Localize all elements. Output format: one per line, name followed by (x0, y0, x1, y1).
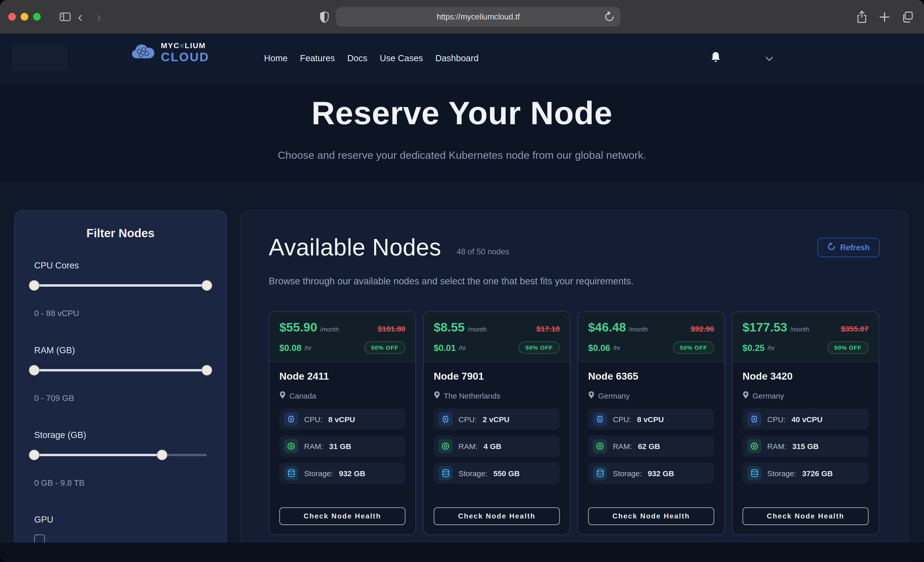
card-pricing-header: $8.55 /month $17.10 $0.01 /hr 50% OFF (424, 312, 570, 362)
storage-range-slider[interactable] (34, 450, 207, 460)
spec-cpu-label: CPU: (459, 415, 477, 423)
spec-row-storage: Storage: 932 GB (588, 463, 714, 484)
location-pin-icon (742, 391, 749, 401)
nav-link-dashboard[interactable]: Dashboard (435, 53, 479, 63)
slider-handle-max[interactable] (202, 365, 212, 375)
node-location: Canada (289, 392, 316, 400)
filter-range-value: 0 GB - 9.8 TB (34, 478, 207, 487)
spec-cpu-label: CPU: (613, 415, 631, 423)
card-pricing-header: $55.90 /month $101.80 $0.08 /hr 50% OFF (269, 312, 416, 362)
spec-row-cpu: CPU: 40 vCPU (742, 408, 868, 430)
desktop: ‹ › https://myceliumcloud.tf (0, 0, 924, 562)
card-monthly-price: $55.90 (279, 320, 317, 334)
card-hourly-unit: /hr (613, 344, 620, 351)
refresh-icon (827, 242, 836, 253)
check-node-health-button[interactable]: Check Node Health (588, 507, 714, 525)
filter-panel-title: Filter Nodes (34, 227, 207, 240)
spec-row-storage: Storage: 932 GB (279, 463, 405, 484)
card-hourly-price: $0.25 (742, 342, 765, 353)
node-location: Germany (752, 392, 784, 400)
chevron-down-icon[interactable] (765, 53, 773, 63)
nodes-count-label: 48 of 50 nodes (456, 247, 509, 256)
cloud-brain-logo-icon (131, 42, 157, 63)
filter-label: RAM (GB) (34, 345, 207, 355)
nav-link-features[interactable]: Features (300, 53, 335, 63)
node-card: $55.90 /month $101.80 $0.08 /hr 50% OFF … (269, 311, 416, 535)
address-bar[interactable]: https://myceliumcloud.tf (336, 7, 621, 27)
check-node-health-button[interactable]: Check Node Health (742, 507, 868, 525)
ram-icon (284, 439, 298, 453)
card-original-price: $17.10 (537, 324, 560, 333)
share-icon[interactable] (856, 10, 868, 23)
node-cards: $55.90 /month $101.80 $0.08 /hr 50% OFF … (269, 311, 880, 535)
slider-handle-max[interactable] (202, 280, 212, 291)
brand-e-bars: ≡ (180, 41, 185, 50)
spec-storage-label: Storage: (459, 469, 488, 477)
ram-icon (593, 439, 607, 453)
discount-badge: 50% OFF (673, 341, 714, 354)
forward-button[interactable]: › (90, 10, 108, 24)
card-monthly-price: $8.55 (434, 320, 465, 334)
filter-label: CPU Cores (34, 260, 207, 270)
filter-group-cpu: CPU Cores 0 - 88 vCPU (34, 260, 207, 318)
close-window-button[interactable] (8, 13, 16, 21)
new-tab-icon[interactable] (879, 12, 890, 22)
location-pin-icon (588, 391, 594, 401)
slider-handle-max[interactable] (157, 450, 167, 460)
privacy-shield-icon[interactable] (320, 11, 329, 23)
refresh-button[interactable]: Refresh (817, 238, 880, 257)
location-pin-icon (434, 391, 440, 401)
node-name: Node 2411 (279, 371, 405, 383)
spec-ram-value: 62 GB (638, 442, 660, 451)
sidebar-toggle-icon[interactable] (60, 12, 71, 21)
card-pricing-header: $177.53 /month $355.07 $0.25 /hr 50% OFF (732, 312, 879, 362)
slider-handle-min[interactable] (29, 365, 39, 375)
cpu-icon (593, 412, 607, 426)
nav-links: Home Features Docs Use Cases Dashboard (264, 34, 478, 82)
card-original-price: $101.80 (378, 324, 405, 333)
site-logo[interactable]: MYC≡LIUM CLOUD (131, 42, 209, 63)
storage-icon (438, 466, 453, 480)
slider-handle-min[interactable] (29, 450, 39, 460)
back-button[interactable]: ‹ (71, 10, 90, 24)
cpu-icon (438, 412, 453, 426)
card-original-price: $92.96 (691, 324, 714, 333)
spec-storage-label: Storage: (767, 469, 796, 477)
slider-fill (34, 284, 207, 287)
cpu-range-slider[interactable] (34, 280, 207, 291)
check-node-health-button[interactable]: Check Node Health (434, 507, 560, 525)
spec-ram-label: RAM: (304, 442, 323, 451)
filter-label: Storage (GB) (34, 430, 207, 439)
brand-line2: CLOUD (161, 51, 209, 63)
spec-ram-label: RAM: (613, 442, 632, 451)
bell-icon[interactable] (711, 51, 721, 65)
cpu-icon (747, 412, 761, 426)
location-pin-icon (279, 391, 286, 401)
nav-link-home[interactable]: Home (264, 53, 288, 63)
cpu-icon (284, 412, 298, 426)
spec-row-storage: Storage: 550 GB (434, 463, 560, 484)
nav-link-use-cases[interactable]: Use Cases (380, 53, 423, 63)
tab-overview-icon[interactable] (902, 11, 914, 23)
zoom-window-button[interactable] (33, 13, 41, 21)
node-card: $177.53 /month $355.07 $0.25 /hr 50% OFF… (732, 311, 879, 535)
spec-row-ram: RAM: 31 GB (279, 435, 405, 457)
spec-cpu-value: 40 vCPU (791, 415, 822, 423)
ram-range-slider[interactable] (34, 365, 207, 375)
node-location: The Netherlands (444, 392, 500, 400)
card-monthly-unit: /month (629, 326, 648, 333)
spec-row-cpu: CPU: 8 vCPU (279, 408, 405, 430)
reload-icon[interactable] (605, 11, 615, 22)
gpu-checkbox[interactable] (34, 534, 45, 543)
card-body: Node 2411 Canada CPU: 8 vCPU (269, 362, 416, 534)
nav-link-docs[interactable]: Docs (347, 53, 368, 63)
minimize-window-button[interactable] (21, 13, 28, 21)
slider-handle-min[interactable] (29, 280, 39, 291)
check-node-health-button[interactable]: Check Node Health (279, 507, 405, 525)
site-navbar: MYC≡LIUM CLOUD Home Features Docs Use Ca… (0, 34, 924, 82)
node-card: $8.55 /month $17.10 $0.01 /hr 50% OFF No… (423, 311, 570, 535)
spec-storage-label: Storage: (613, 469, 642, 477)
spec-row-cpu: CPU: 8 vCPU (588, 408, 714, 430)
node-location: Germany (598, 392, 630, 400)
card-monthly-unit: /month (468, 326, 486, 333)
